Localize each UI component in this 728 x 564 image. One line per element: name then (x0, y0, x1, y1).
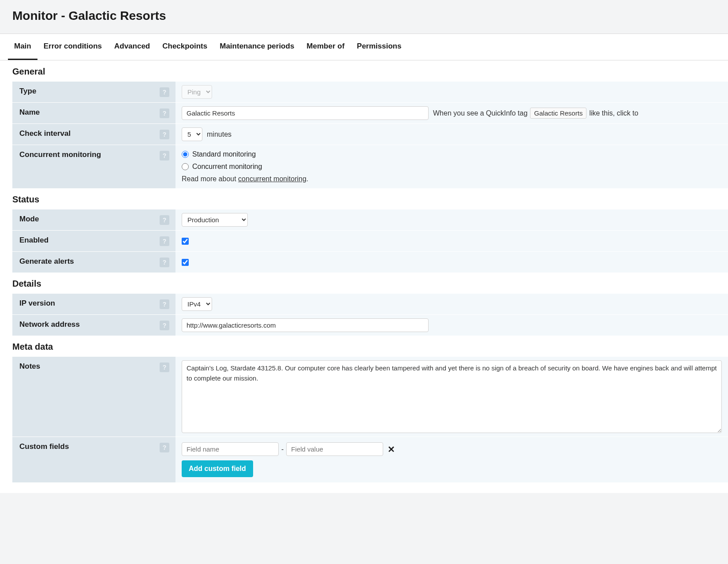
label-check-interval-text: Check interval (19, 129, 71, 138)
name-input[interactable] (182, 106, 429, 120)
label-notes-text: Notes (19, 362, 40, 371)
tab-permissions[interactable]: Permissions (351, 34, 407, 60)
help-icon[interactable]: ? (160, 87, 169, 97)
radio-standard-label: Standard monitoring (192, 150, 256, 158)
check-interval-select[interactable]: 5 (182, 127, 202, 141)
label-ip-version: IP version ? (12, 294, 175, 314)
help-icon[interactable]: ? (160, 130, 169, 139)
page-title: Monitor - Galactic Resorts (12, 9, 716, 23)
radio-standard-monitoring[interactable] (182, 151, 189, 158)
label-custom-fields-text: Custom fields (19, 442, 69, 451)
radio-concurrent-label: Concurrent monitoring (192, 163, 262, 171)
label-custom-fields: Custom fields ? (12, 437, 175, 482)
help-icon[interactable]: ? (160, 299, 169, 309)
label-enabled: Enabled ? (12, 231, 175, 251)
read-more-pre: Read more about (182, 175, 238, 183)
custom-field-row: - ✕ (182, 442, 397, 456)
label-generate-alerts: Generate alerts ? (12, 252, 175, 273)
tab-bar: Main Error conditions Advanced Checkpoin… (0, 34, 728, 60)
label-notes: Notes ? (12, 357, 175, 437)
help-icon[interactable]: ? (160, 236, 169, 246)
quickinfo-tag[interactable]: Galactic Resorts (530, 108, 586, 119)
label-type-text: Type (19, 87, 36, 96)
label-network-address-text: Network address (19, 320, 80, 329)
label-mode: Mode ? (12, 209, 175, 230)
section-status: Status (0, 188, 728, 209)
type-select[interactable]: Ping (182, 85, 212, 99)
network-address-input[interactable] (182, 318, 429, 332)
tab-error-conditions[interactable]: Error conditions (37, 34, 108, 60)
tab-main[interactable]: Main (8, 34, 37, 60)
label-concurrent-monitoring-text: Concurrent monitoring (19, 150, 101, 159)
label-ip-version-text: IP version (19, 299, 55, 308)
help-icon[interactable]: ? (160, 215, 169, 225)
remove-custom-field-icon[interactable]: ✕ (386, 445, 397, 454)
concurrent-monitoring-link[interactable]: concurrent monitoring (238, 175, 306, 183)
tab-member-of[interactable]: Member of (300, 34, 351, 60)
label-generate-alerts-text: Generate alerts (19, 257, 74, 266)
add-custom-field-button[interactable]: Add custom field (182, 460, 253, 477)
notes-textarea[interactable]: Captain's Log, Stardate 43125.8. Our com… (182, 360, 722, 433)
quickinfo-hint-pre: When you see a QuickInfo tag (433, 109, 527, 117)
section-general: General (0, 60, 728, 81)
help-icon[interactable]: ? (160, 362, 169, 372)
help-icon[interactable]: ? (160, 258, 169, 267)
section-metadata: Meta data (0, 336, 728, 356)
generate-alerts-checkbox[interactable] (182, 259, 189, 266)
help-icon[interactable]: ? (160, 321, 169, 330)
label-enabled-text: Enabled (19, 236, 49, 245)
label-type: Type ? (12, 82, 175, 102)
label-network-address: Network address ? (12, 315, 175, 336)
radio-concurrent-monitoring[interactable] (182, 163, 189, 170)
label-mode-text: Mode (19, 215, 39, 224)
dash-separator: - (281, 445, 284, 453)
custom-field-name-input[interactable] (182, 442, 279, 456)
label-name-text: Name (19, 108, 40, 117)
label-check-interval: Check interval ? (12, 124, 175, 145)
quickinfo-hint-post: like this, click to (589, 109, 638, 117)
tab-checkpoints[interactable]: Checkpoints (156, 34, 213, 60)
label-name: Name ? (12, 103, 175, 123)
help-icon[interactable]: ? (160, 108, 169, 118)
interval-unit: minutes (207, 131, 231, 138)
tab-maintenance-periods[interactable]: Maintenance periods (213, 34, 300, 60)
help-icon[interactable]: ? (160, 151, 169, 161)
section-details: Details (0, 273, 728, 293)
help-icon[interactable]: ? (160, 443, 169, 452)
read-more-post: . (306, 175, 308, 183)
mode-select[interactable]: Production (182, 213, 248, 227)
custom-field-value-input[interactable] (286, 442, 383, 456)
ip-version-select[interactable]: IPv4 (182, 297, 212, 311)
tab-advanced[interactable]: Advanced (108, 34, 156, 60)
enabled-checkbox[interactable] (182, 238, 189, 245)
label-concurrent-monitoring: Concurrent monitoring ? (12, 145, 175, 188)
